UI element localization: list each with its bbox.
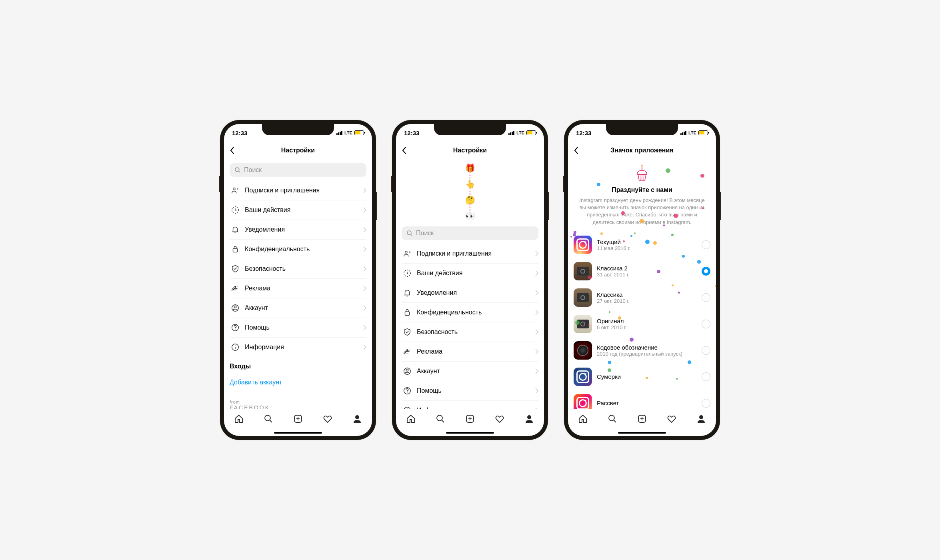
icon-option-3[interactable]: Оригинал6 окт. 2010 г. <box>574 311 710 337</box>
chevron-right-icon <box>363 325 366 330</box>
settings-item-4[interactable]: Безопасность <box>230 259 366 279</box>
phone-screen-2: 12:33 LTE Настройки 🎁 👆 🤔 👀 Поиск Подпис… <box>396 124 544 436</box>
menu-item-label: Ваши действия <box>241 206 363 214</box>
hero-title: Празднуйте с нами <box>576 186 708 194</box>
chevron-right-icon <box>363 188 366 193</box>
svg-point-25 <box>699 415 703 419</box>
radio-button[interactable] <box>702 267 710 276</box>
nav-header: Настройки <box>224 142 372 159</box>
new-post-tab[interactable] <box>627 414 657 424</box>
settings-item-2[interactable]: Уведомления <box>402 283 538 303</box>
radio-button[interactable] <box>702 293 710 302</box>
app-icon-preview <box>574 262 592 280</box>
menu-item-icon <box>402 288 413 297</box>
phone-frame-1: 12:33 LTE Настройки Поиск Подписки и при… <box>220 120 376 440</box>
app-icon-preview <box>574 288 592 307</box>
radio-button[interactable] <box>702 346 710 355</box>
chevron-right-icon <box>363 207 366 213</box>
profile-tab[interactable] <box>514 414 544 424</box>
settings-item-5[interactable]: Реклама <box>230 279 366 298</box>
activity-tab[interactable] <box>313 414 342 424</box>
menu-item-label: Аккаунт <box>413 368 535 375</box>
add-account-link[interactable]: Добавить аккаунт <box>224 373 372 392</box>
menu-item-label: Безопасность <box>413 328 535 336</box>
settings-item-4[interactable]: Безопасность <box>402 322 538 342</box>
radio-button[interactable] <box>702 240 710 249</box>
notch <box>434 124 506 135</box>
emoji-easter-egg[interactable]: 🎁 👆 🤔 👀 <box>396 159 544 222</box>
svg-point-12 <box>405 251 408 254</box>
profile-tab[interactable] <box>686 414 716 424</box>
content-area[interactable]: 🎁 👆 🤔 👀 Поиск Подписки и приглашенияВаши… <box>396 159 544 409</box>
settings-item-8[interactable]: Информация <box>230 338 366 357</box>
settings-item-6[interactable]: Аккаунт <box>230 298 366 318</box>
content-area[interactable]: Празднуйте с нами Instagram празднует де… <box>568 159 716 409</box>
page-title: Значок приложения <box>586 147 698 154</box>
settings-item-7[interactable]: Помощь <box>230 318 366 338</box>
content-area[interactable]: Поиск Подписки и приглашенияВаши действи… <box>224 159 372 409</box>
settings-item-3[interactable]: Конфиденциальность <box>230 240 366 259</box>
radio-button[interactable] <box>702 320 710 328</box>
svg-point-10 <box>355 415 359 419</box>
search-tab[interactable] <box>598 414 627 424</box>
new-post-tab[interactable] <box>283 414 313 424</box>
menu-item-label: Безопасность <box>241 265 363 272</box>
home-tab[interactable] <box>224 414 254 424</box>
menu-item-icon <box>402 328 413 336</box>
icon-option-4[interactable]: Кодовое обозначение2010 год (предварител… <box>574 337 710 364</box>
settings-item-5[interactable]: Реклама <box>402 342 538 362</box>
home-indicator[interactable] <box>274 432 322 434</box>
profile-tab[interactable] <box>342 414 372 424</box>
radio-button[interactable] <box>702 372 710 381</box>
settings-item-0[interactable]: Подписки и приглашения <box>230 181 366 200</box>
radio-button[interactable] <box>702 399 710 408</box>
svg-rect-3 <box>233 248 238 252</box>
icon-option-5[interactable]: Сумерки <box>574 364 710 390</box>
menu-item-label: Конфиденциальность <box>413 309 535 316</box>
search-tab[interactable] <box>426 414 455 424</box>
menu-item-icon <box>402 308 413 317</box>
back-button[interactable] <box>402 146 414 154</box>
tab-bar <box>224 409 372 428</box>
settings-item-6[interactable]: Аккаунт <box>402 362 538 381</box>
chevron-right-icon <box>535 388 538 394</box>
home-tab[interactable] <box>396 414 426 424</box>
app-icon-preview <box>574 394 592 409</box>
icon-option-6[interactable]: Рассвет <box>574 390 710 409</box>
settings-item-8[interactable]: Информация <box>402 401 538 409</box>
phone-frame-2: 12:33 LTE Настройки 🎁 👆 🤔 👀 Поиск Подпис… <box>392 120 548 440</box>
settings-item-1[interactable]: Ваши действия <box>402 264 538 283</box>
back-button[interactable] <box>574 146 586 154</box>
settings-item-0[interactable]: Подписки и приглашения <box>402 244 538 264</box>
home-indicator[interactable] <box>618 432 666 434</box>
settings-menu: Подписки и приглашенияВаши действияУведо… <box>396 244 544 409</box>
settings-item-2[interactable]: Уведомления <box>230 220 366 240</box>
page-title: Настройки <box>414 147 526 154</box>
menu-item-icon <box>402 347 413 356</box>
settings-item-3[interactable]: Конфиденциальность <box>402 303 538 322</box>
icon-option-1[interactable]: Классика 231 авг. 2011 г. <box>574 258 710 284</box>
home-tab[interactable] <box>568 414 598 424</box>
icon-option-2[interactable]: Классика27 окт. 2010 г. <box>574 284 710 311</box>
settings-item-7[interactable]: Помощь <box>402 381 538 401</box>
icon-option-title: Оригинал <box>597 318 702 324</box>
activity-tab[interactable] <box>657 414 686 424</box>
notch <box>262 124 334 135</box>
search-tab[interactable] <box>254 414 283 424</box>
network-label: LTE <box>516 130 524 135</box>
signal-icon <box>680 131 686 135</box>
activity-tab[interactable] <box>485 414 514 424</box>
back-button[interactable] <box>230 146 242 154</box>
icon-option-title: Кодовое обозначение <box>597 344 702 351</box>
new-post-tab[interactable] <box>455 414 485 424</box>
search-input[interactable]: Поиск <box>402 226 538 240</box>
home-indicator[interactable] <box>446 432 494 434</box>
search-input[interactable]: Поиск <box>230 163 366 177</box>
icon-option-0[interactable]: Текущий11 мая 2016 г. <box>574 232 710 258</box>
chevron-left-icon <box>574 146 578 154</box>
chevron-right-icon <box>535 270 538 276</box>
settings-item-1[interactable]: Ваши действия <box>230 200 366 220</box>
menu-item-label: Подписки и приглашения <box>241 187 363 194</box>
menu-item-icon <box>230 245 241 254</box>
menu-item-icon <box>402 386 413 395</box>
